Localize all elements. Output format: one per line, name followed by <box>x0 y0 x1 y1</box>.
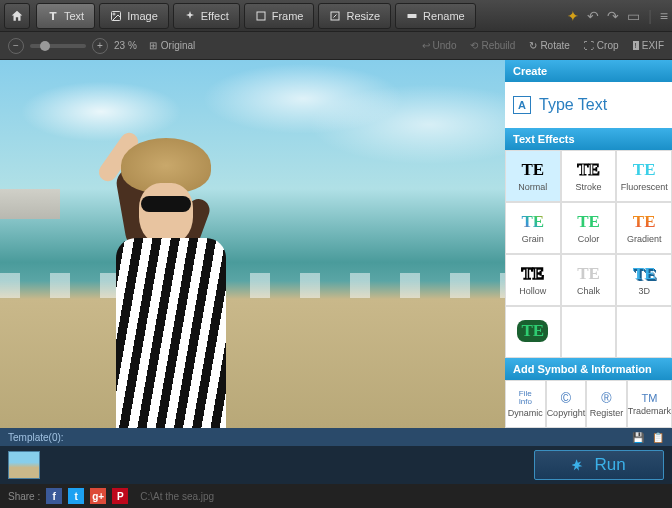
menu-icon[interactable]: ≡ <box>660 8 668 24</box>
thumbnail-bar: Run <box>0 446 672 484</box>
tab-text[interactable]: Text <box>36 3 95 29</box>
magic-wand-icon[interactable]: ✦ <box>567 8 579 24</box>
register-icon: ® <box>601 390 611 406</box>
tab-label: Rename <box>423 10 465 22</box>
redo-icon[interactable]: ↷ <box>607 8 619 24</box>
main-area: Create A Type Text Text Effects TENormal… <box>0 60 672 428</box>
canvas-decoration <box>0 189 60 219</box>
svg-rect-2 <box>257 12 265 20</box>
resize-icon <box>329 10 341 22</box>
image-canvas[interactable] <box>0 60 505 428</box>
canvas-subject <box>71 138 251 428</box>
run-icon <box>572 458 586 472</box>
effect-hollow[interactable]: TEHollow <box>505 254 561 306</box>
zoom-slider[interactable] <box>30 44 86 48</box>
zoom-in-button[interactable]: + <box>92 38 108 54</box>
effect-grain[interactable]: TEGrain <box>505 202 561 254</box>
image-icon <box>110 10 122 22</box>
tab-label: Resize <box>346 10 380 22</box>
top-toolbar: Text Image Effect Frame Resize Rename ✦ … <box>0 0 672 32</box>
svg-point-1 <box>113 13 115 15</box>
file-path: C:\At the sea.jpg <box>140 491 214 502</box>
create-header: Create <box>505 60 672 82</box>
undo-arrow-icon: ↩ <box>422 40 430 51</box>
tab-frame[interactable]: Frame <box>244 3 315 29</box>
effect-stroke[interactable]: TEStroke <box>561 150 617 202</box>
rebuild-icon: ⟲ <box>470 40 478 51</box>
effect-empty <box>616 306 672 358</box>
googleplus-button[interactable]: g+ <box>90 488 106 504</box>
effect-3d[interactable]: TE3D <box>616 254 672 306</box>
crop-icon: ⛶ <box>584 40 594 51</box>
effect-normal[interactable]: TENormal <box>505 150 561 202</box>
zoom-percent: 23 % <box>114 40 137 51</box>
home-button[interactable] <box>4 3 30 29</box>
frame-icon <box>255 10 267 22</box>
template-label: Template(0): <box>8 432 64 443</box>
pinterest-button[interactable]: P <box>112 488 128 504</box>
effect-empty <box>561 306 617 358</box>
share-bar: Share : f t g+ P C:\At the sea.jpg <box>0 484 672 508</box>
run-button[interactable]: Run <box>534 450 664 480</box>
zoom-out-button[interactable]: − <box>8 38 24 54</box>
tab-label: Effect <box>201 10 229 22</box>
effect-extra[interactable]: TE <box>505 306 561 358</box>
effect-color[interactable]: TEColor <box>561 202 617 254</box>
text-effects-header: Text Effects <box>505 128 672 150</box>
tab-label: Frame <box>272 10 304 22</box>
tab-image[interactable]: Image <box>99 3 169 29</box>
undo-icon[interactable]: ↶ <box>587 8 599 24</box>
file-info-icon: File Info <box>519 390 532 406</box>
tab-rename[interactable]: Rename <box>395 3 476 29</box>
crop-button[interactable]: ⛶Crop <box>584 40 619 51</box>
share-label: Share : <box>8 491 40 502</box>
trademark-icon: TM <box>641 392 657 404</box>
list-template-icon[interactable]: 📋 <box>652 432 664 443</box>
add-symbol-header: Add Symbol & Information <box>505 358 672 380</box>
original-label: Original <box>161 40 195 51</box>
symbol-copyright[interactable]: ©Copyright <box>546 380 587 428</box>
type-text-row: A Type Text <box>505 82 672 128</box>
effect-chalk[interactable]: TEChalk <box>561 254 617 306</box>
rename-icon <box>406 10 418 22</box>
right-panel: Create A Type Text Text Effects TENormal… <box>505 60 672 428</box>
exif-button[interactable]: !EXIF <box>633 40 664 51</box>
undo-button[interactable]: ↩Undo <box>422 40 457 51</box>
effect-icon <box>184 10 196 22</box>
effect-fluorescent[interactable]: TEFluorescent <box>616 150 672 202</box>
compare-icon[interactable]: ▭ <box>627 8 640 24</box>
effects-grid: TENormal TEStroke TEFluorescent TEGrain … <box>505 150 672 358</box>
symbol-grid: File InfoDynamic ©Copyright ®Register TM… <box>505 380 672 428</box>
copyright-icon: © <box>561 390 571 406</box>
type-text-button[interactable]: Type Text <box>539 96 607 114</box>
template-bar: Template(0): 💾 📋 <box>0 428 672 446</box>
rotate-button[interactable]: ↻Rotate <box>529 40 569 51</box>
exif-icon: ! <box>633 41 639 50</box>
top-right-controls: ✦ ↶ ↷ ▭ | ≡ <box>567 8 668 24</box>
thumbnail[interactable] <box>8 451 40 479</box>
tab-label: Image <box>127 10 158 22</box>
original-icon: ⊞ <box>149 40 157 51</box>
save-template-icon[interactable]: 💾 <box>632 432 644 443</box>
zoom-toolbar: − + 23 % ⊞ Original ↩Undo ⟲Rebuild ↻Rota… <box>0 32 672 60</box>
text-a-icon: A <box>513 96 531 114</box>
symbol-trademark[interactable]: TMTrademark <box>627 380 672 428</box>
symbol-register[interactable]: ®Register <box>586 380 627 428</box>
rotate-icon: ↻ <box>529 40 537 51</box>
run-label: Run <box>594 455 625 475</box>
twitter-button[interactable]: t <box>68 488 84 504</box>
text-icon <box>47 10 59 22</box>
facebook-button[interactable]: f <box>46 488 62 504</box>
svg-rect-4 <box>408 14 417 18</box>
symbol-dynamic[interactable]: File InfoDynamic <box>505 380 546 428</box>
tab-resize[interactable]: Resize <box>318 3 391 29</box>
rebuild-button[interactable]: ⟲Rebuild <box>470 40 515 51</box>
tab-effect[interactable]: Effect <box>173 3 240 29</box>
original-size-button[interactable]: ⊞ Original <box>149 40 195 51</box>
tab-label: Text <box>64 10 84 22</box>
home-icon <box>10 9 24 23</box>
divider: | <box>648 8 652 24</box>
effect-gradient[interactable]: TEGradient <box>616 202 672 254</box>
